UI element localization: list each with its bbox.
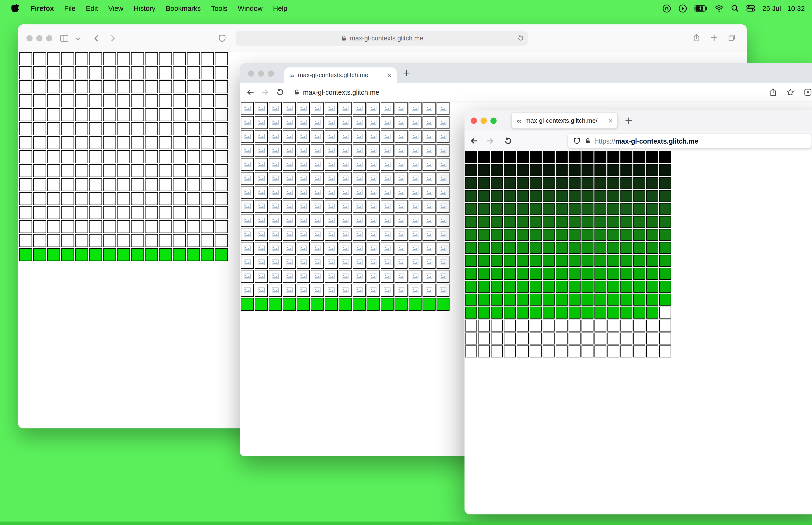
menu-edit[interactable]: Edit bbox=[81, 4, 103, 12]
canvas-cell bbox=[530, 242, 542, 254]
broken-image-icon bbox=[258, 162, 265, 167]
menu-bookmarks[interactable]: Bookmarks bbox=[160, 4, 206, 12]
menu-clock[interactable]: 26 Jul 10:32 bbox=[763, 4, 805, 12]
control-center-icon[interactable] bbox=[746, 5, 755, 12]
reload-button[interactable] bbox=[504, 137, 512, 145]
canvas-cell bbox=[594, 216, 607, 228]
share-button[interactable] bbox=[769, 88, 777, 96]
battery-icon[interactable] bbox=[694, 5, 707, 12]
extensions-icon[interactable] bbox=[804, 88, 812, 96]
back-button[interactable] bbox=[246, 88, 254, 96]
spotlight-search-icon[interactable] bbox=[731, 4, 739, 13]
browser-tab[interactable]: ∞ max-gl-contexts.glitch.me × bbox=[284, 68, 397, 83]
tracking-shield-icon[interactable] bbox=[573, 137, 581, 145]
window-controls bbox=[26, 35, 52, 41]
menu-file[interactable]: File bbox=[59, 4, 81, 12]
broken-image-icon bbox=[440, 287, 446, 293]
broken-image-icon bbox=[300, 134, 307, 139]
lock-icon[interactable] bbox=[294, 89, 300, 95]
back-button[interactable] bbox=[470, 137, 478, 145]
menu-help[interactable]: Help bbox=[268, 4, 292, 12]
zoom-button[interactable] bbox=[490, 118, 496, 124]
browser-tab[interactable]: ∞ max-gl-contexts.glitch.me/ × bbox=[512, 113, 617, 128]
broken-image-icon bbox=[398, 231, 404, 237]
canvas-cell bbox=[621, 177, 632, 189]
apple-menu[interactable] bbox=[7, 3, 25, 13]
close-button[interactable] bbox=[248, 71, 254, 77]
firefox-toolbar[interactable]: https://max-gl-contexts.glitch.me bbox=[464, 131, 812, 151]
minimize-button[interactable] bbox=[36, 35, 42, 41]
lock-icon[interactable] bbox=[585, 138, 591, 144]
address-bar[interactable]: https://max-gl-contexts.glitch.me bbox=[568, 134, 812, 148]
canvas-cell bbox=[478, 151, 490, 163]
menu-view[interactable]: View bbox=[103, 4, 128, 12]
privacy-shield-icon[interactable] bbox=[218, 34, 226, 42]
menu-app-name[interactable]: Firefox bbox=[25, 4, 59, 12]
canvas-cell bbox=[436, 172, 449, 185]
canvas-cell bbox=[659, 151, 671, 163]
canvas-cell bbox=[339, 228, 352, 241]
media-play-icon[interactable] bbox=[678, 4, 687, 13]
canvas-cell bbox=[633, 268, 645, 280]
broken-image-icon bbox=[440, 217, 446, 223]
canvas-cell bbox=[478, 281, 490, 293]
share-button[interactable] bbox=[692, 34, 701, 42]
new-tab-button[interactable] bbox=[710, 34, 718, 42]
close-button[interactable] bbox=[471, 118, 477, 124]
address-bar[interactable]: max-gl-contexts.glitch.me bbox=[303, 83, 379, 102]
reload-button[interactable] bbox=[276, 88, 284, 96]
canvas-cell bbox=[646, 307, 658, 319]
forward-button[interactable] bbox=[486, 137, 494, 145]
canvas-cell bbox=[201, 164, 214, 177]
zoom-button[interactable] bbox=[46, 35, 52, 41]
tab-overview-button[interactable] bbox=[727, 34, 736, 42]
menu-window[interactable]: Window bbox=[233, 4, 268, 12]
chrome-toolbar[interactable]: max-gl-contexts.glitch.me bbox=[240, 83, 812, 102]
new-tab-button[interactable] bbox=[625, 117, 633, 125]
wifi-icon[interactable] bbox=[715, 5, 723, 12]
close-button[interactable] bbox=[26, 35, 32, 41]
canvas-cell bbox=[659, 177, 671, 189]
canvas-cell bbox=[325, 214, 338, 227]
canvas-cell bbox=[311, 144, 323, 157]
safari-toolbar[interactable]: max-gl-contexts.glitch.me bbox=[18, 25, 747, 52]
menu-tools[interactable]: Tools bbox=[206, 4, 233, 12]
menu-history[interactable]: History bbox=[128, 4, 161, 12]
canvas-cell bbox=[569, 294, 581, 306]
tab-close-icon[interactable]: × bbox=[386, 72, 393, 79]
broken-image-icon bbox=[258, 217, 265, 223]
sidebar-toggle-icon[interactable] bbox=[59, 34, 69, 42]
canvas-cell bbox=[569, 320, 581, 332]
broken-image-icon bbox=[258, 134, 265, 139]
canvas-cell bbox=[103, 220, 116, 233]
grammarly-icon[interactable]: G bbox=[662, 4, 671, 13]
canvas-cell bbox=[145, 136, 158, 149]
canvas-cell bbox=[569, 332, 581, 345]
back-button[interactable] bbox=[92, 34, 100, 42]
forward-button[interactable] bbox=[261, 88, 269, 96]
reload-button[interactable] bbox=[517, 35, 524, 42]
canvas-cell bbox=[594, 281, 607, 293]
chevron-down-icon[interactable] bbox=[75, 36, 81, 41]
firefox-tab-strip[interactable]: ∞ max-gl-contexts.glitch.me/ × bbox=[464, 110, 812, 131]
broken-image-icon bbox=[258, 148, 265, 153]
forward-button[interactable] bbox=[109, 34, 117, 42]
broken-image-icon bbox=[314, 231, 321, 237]
canvas-cell bbox=[478, 307, 490, 319]
minimize-button[interactable] bbox=[258, 71, 264, 77]
minimize-button[interactable] bbox=[480, 118, 487, 124]
canvas-cell bbox=[478, 345, 490, 357]
address-bar[interactable]: max-gl-contexts.glitch.me bbox=[236, 31, 528, 46]
zoom-button[interactable] bbox=[268, 71, 274, 77]
chrome-tab-strip[interactable]: ∞ max-gl-contexts.glitch.me × bbox=[240, 63, 812, 83]
canvas-cell bbox=[633, 242, 645, 254]
new-tab-button[interactable] bbox=[402, 69, 411, 77]
canvas-cell bbox=[491, 255, 503, 267]
canvas-cell bbox=[282, 298, 295, 311]
broken-image-icon bbox=[286, 162, 293, 167]
canvas-cell bbox=[33, 192, 46, 205]
tab-close-icon[interactable]: × bbox=[607, 117, 614, 124]
canvas-cell bbox=[201, 108, 214, 121]
bookmark-star-button[interactable] bbox=[786, 88, 794, 96]
canvas-cell bbox=[89, 150, 102, 163]
